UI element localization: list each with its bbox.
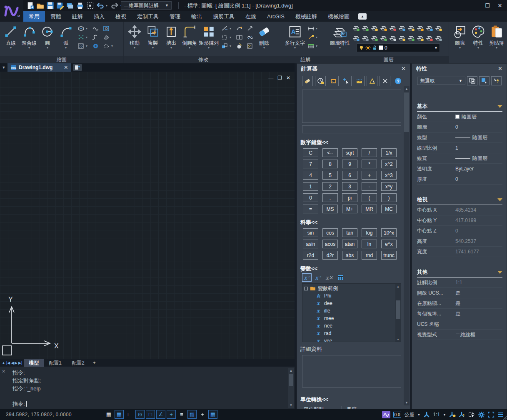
numpad-key-_[interactable]: <-- [322, 148, 338, 157]
auto-annotation-icon[interactable] [459, 411, 465, 418]
last-layout-icon[interactable]: ▶| [18, 361, 22, 365]
command-window[interactable]: ✕ 指令:指定對角點:指令: '_help 指令: ▲ ▼ [0, 367, 295, 409]
stretch-curve-icon[interactable] [246, 33, 254, 41]
print-icon[interactable] [76, 1, 85, 10]
scientific-section-label[interactable]: 科學<< [300, 219, 410, 226]
layer-tool-icon-10[interactable] [352, 34, 360, 43]
layout-tab-3[interactable]: + [90, 359, 99, 367]
units-section-label[interactable]: 單位轉換<< [300, 396, 410, 403]
region-icon[interactable] [102, 25, 110, 32]
settings-gear-icon[interactable] [478, 411, 485, 418]
numpad-key-_[interactable]: - [362, 182, 377, 191]
numpad-key-8[interactable]: 8 [322, 160, 338, 168]
variables-scrollbar[interactable]: ▲ ▼ [395, 284, 401, 342]
save-as-icon[interactable] [56, 1, 65, 10]
numpad-key-2[interactable]: 2 [322, 182, 338, 191]
variables-tree[interactable]: – 變數範例 kPhixdeexillexmeexneexradxvee ▲ ▼ [302, 283, 401, 342]
command-scrollbar[interactable]: ▲ ▼ [288, 368, 294, 408]
annotation-scale-icon[interactable] [423, 411, 430, 418]
polyline-button[interactable]: 聚合線▾ [20, 23, 38, 50]
layer-tool-icon-14[interactable] [388, 34, 397, 43]
toggle-pickadd-icon[interactable] [491, 76, 502, 85]
annotation-visibility-icon[interactable] [449, 411, 456, 418]
variables-section-label[interactable]: 變數<< [300, 265, 410, 272]
sci-key-trunc[interactable]: trunc [381, 251, 397, 260]
close-doc-icon[interactable]: ✕ [64, 65, 68, 70]
doc-list-dropdown-icon[interactable]: ▼ [0, 65, 7, 70]
layout-tab-1[interactable]: 配置1 [44, 359, 67, 367]
drawing-canvas[interactable]: — ❐ ✕ Y X [0, 72, 295, 359]
numpad-key-_[interactable]: * [362, 160, 377, 168]
property-value[interactable]: 隨圖層 [454, 155, 502, 162]
clear-icon[interactable] [302, 76, 313, 86]
transparency-toggle[interactable]: ▨ [187, 410, 197, 419]
table-icon[interactable] [307, 42, 315, 50]
move-button[interactable]: 移動▾ [125, 23, 144, 50]
scroll-thumb[interactable] [289, 374, 293, 386]
scroll-down-icon[interactable]: ▼ [404, 400, 410, 405]
scroll-down-icon[interactable]: ▼ [395, 337, 401, 342]
stretch-button[interactable]: 擠出▾ [162, 23, 180, 50]
property-value[interactable]: 二維線框 [454, 331, 502, 338]
measure-angle-icon[interactable] [367, 76, 377, 86]
ribbon-tab-5[interactable]: 定制工具 [132, 11, 164, 22]
numpad-key-_[interactable]: = [303, 205, 318, 213]
sci-key-r2d[interactable]: r2d [303, 251, 318, 260]
property-value[interactable]: 是 [454, 300, 502, 307]
ribbon-tab-0[interactable]: 常用 [23, 11, 45, 22]
numpad-key-_[interactable]: ) [381, 193, 397, 202]
measure-distance-icon[interactable] [354, 76, 365, 86]
workspace-select[interactable]: 二維草圖與註解 ▼ [121, 1, 172, 10]
ribbon-tab-4[interactable]: 檢視 [110, 11, 132, 22]
property-value[interactable]: 是 [454, 290, 502, 297]
layout-tab-0[interactable]: 模型 [24, 359, 44, 367]
collapse-node-icon[interactable]: – [304, 287, 308, 290]
prev-layout-icon[interactable]: ◀ [11, 361, 14, 365]
layer-tool-icon-12[interactable] [370, 34, 379, 43]
grid-display-toggle[interactable]: ▦ [104, 410, 113, 419]
layer-tool-icon-5[interactable] [397, 24, 406, 33]
sci-key-e_x[interactable]: e^x [381, 240, 397, 248]
clean-screen-icon[interactable] [86, 1, 95, 10]
line-button[interactable]: 直線▾ [2, 23, 20, 50]
ribbon-tab-7[interactable]: 輸出 [186, 11, 207, 22]
next-layout-icon[interactable]: ▶ [15, 361, 17, 365]
property-value[interactable]: 隨圖層 [454, 113, 502, 120]
scroll-up-icon[interactable]: ▲ [395, 284, 401, 289]
save-icon[interactable] [46, 1, 55, 10]
delete-icon[interactable] [380, 76, 390, 86]
erase-button[interactable]: 刪除▾ [255, 23, 273, 50]
ribbon-tab-12[interactable]: 機械繪圖 [322, 11, 355, 22]
property-value[interactable]: 隨圖層 [454, 134, 502, 141]
mirror-icon[interactable] [220, 42, 229, 50]
property-value[interactable]: 0 [454, 124, 502, 130]
sci-key-10_x[interactable]: 10^x [381, 228, 397, 237]
numpad-key-M_[interactable]: M+ [342, 205, 357, 213]
scroll-up-icon[interactable]: ▲ [404, 86, 410, 92]
mtext-button[interactable]: A多行文字▾ [285, 23, 305, 50]
ribbon-tab-2[interactable]: 註解 [67, 11, 88, 22]
variable-item-Phi[interactable]: kPhi [302, 292, 401, 300]
doc-minimize-icon[interactable]: — [268, 75, 273, 81]
sci-key-ln[interactable]: ln [362, 240, 377, 248]
annotation-monitor-toggle[interactable]: + [198, 410, 207, 419]
layout-tab-2[interactable]: 配置2 [67, 359, 90, 367]
layer-tool-icon-0[interactable] [352, 24, 360, 33]
units-indicator[interactable]: 公釐 [404, 411, 414, 418]
layer-tool-icon-11[interactable] [361, 34, 370, 43]
panel-label-modify[interactable]: 修改 [124, 56, 283, 63]
scale-icon[interactable] [246, 25, 254, 32]
layer-tool-icon-6[interactable] [407, 24, 415, 33]
panel-label-draw[interactable]: 繪圖 [0, 56, 123, 63]
sci-key-asin[interactable]: asin [303, 240, 318, 248]
batch-plot-icon[interactable] [66, 1, 75, 10]
donut-icon[interactable] [91, 42, 100, 50]
numpad-key-_[interactable]: ( [362, 193, 377, 202]
panel-label-annotate[interactable]: 註解 [283, 56, 328, 63]
sci-key-acos[interactable]: acos [322, 240, 338, 248]
object-snap-tracking-toggle[interactable]: ∠ [156, 410, 165, 419]
minimize-button[interactable]: — [470, 2, 480, 10]
sci-key-rnd[interactable]: rnd [362, 251, 377, 260]
undo-dropdown-icon[interactable]: ▾ [106, 4, 109, 8]
sci-key-d2r[interactable]: d2r [322, 251, 338, 260]
